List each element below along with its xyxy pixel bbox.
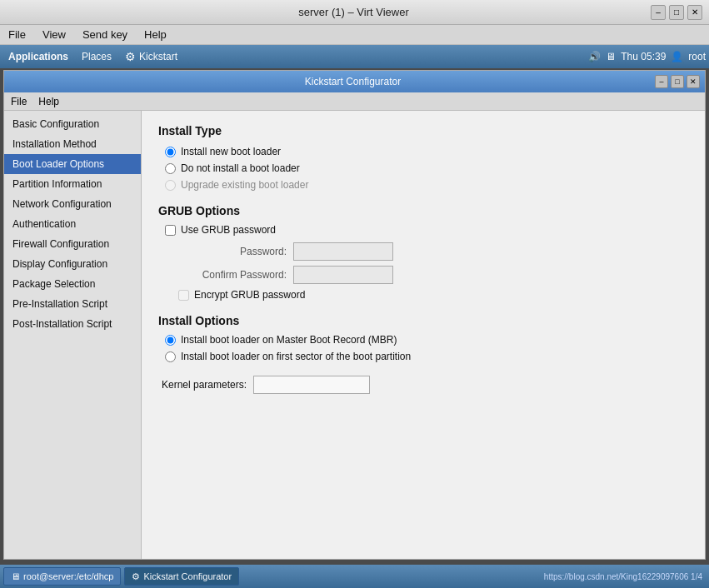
terminal-icon: 🖥 <box>11 571 20 581</box>
terminal-label: root@server:/etc/dhcp <box>23 571 113 581</box>
menu-sendkey[interactable]: Send key <box>77 27 132 42</box>
taskbar-applications[interactable]: Applications <box>3 49 73 64</box>
app-maximize-button[interactable]: □ <box>671 75 684 88</box>
app-title-bar: Kickstart Configurator – □ ✕ <box>4 71 705 92</box>
password-field-label: Password: <box>178 246 287 257</box>
maximize-button[interactable]: □ <box>669 5 684 20</box>
menu-view[interactable]: View <box>37 27 71 42</box>
install-options-title: Install Options <box>158 314 688 327</box>
main-content: Install Type Install new boot loader Do … <box>142 111 705 559</box>
bottom-url: https://blog.csdn.net/King16229097606 <box>544 572 688 581</box>
kernel-label: Kernel parameters: <box>162 379 247 391</box>
radio-mbr[interactable]: Install boot loader on Master Boot Recor… <box>165 334 688 346</box>
sidebar-item-network-configuration[interactable]: Network Configuration <box>4 194 141 214</box>
grub-options-section: GRUB Options Use GRUB password Password:… <box>158 204 688 301</box>
sidebar-item-installation-method[interactable]: Installation Method <box>4 134 141 154</box>
radio-mbr-input[interactable] <box>165 335 176 346</box>
kickstart-task-label: Kickstart Configurator <box>143 571 232 581</box>
radio-no-install[interactable]: Do not install a boot loader <box>165 162 688 174</box>
radio-first-sector-label: Install boot loader on first sector of t… <box>181 351 411 362</box>
password-input[interactable] <box>293 242 393 261</box>
radio-first-sector-input[interactable] <box>165 351 176 362</box>
sidebar-item-display-configuration[interactable]: Display Configuration <box>4 254 141 274</box>
radio-upgrade-input <box>165 180 176 191</box>
radio-install-new-input[interactable] <box>165 147 176 157</box>
kickstart-icon: ⚙ <box>125 50 136 63</box>
radio-install-new-label: Install new boot loader <box>181 146 281 157</box>
bottom-taskbar: 🖥 root@server:/etc/dhcp ⚙ Kickstart Conf… <box>0 565 709 588</box>
install-options-group: Install boot loader on Master Boot Recor… <box>158 334 688 362</box>
kickstart-task-icon: ⚙ <box>132 571 140 582</box>
sidebar-item-authentication[interactable]: Authentication <box>4 214 141 234</box>
network-icon: 🖥 <box>606 51 616 62</box>
confirm-password-row: Confirm Password: <box>158 266 688 284</box>
app-menu-help[interactable]: Help <box>35 94 62 109</box>
menu-file[interactable]: File <box>3 27 31 42</box>
radio-upgrade-label: Upgrade existing boot loader <box>181 179 308 191</box>
volume-icon: 🔊 <box>588 51 601 62</box>
grub-options-title: GRUB Options <box>158 204 688 217</box>
kernel-row: Kernel parameters: <box>158 376 688 394</box>
install-type-title: Install Type <box>158 124 688 137</box>
radio-no-install-label: Do not install a boot loader <box>181 162 300 174</box>
sidebar-item-basic-configuration[interactable]: Basic Configuration <box>4 114 141 134</box>
user-name: root <box>688 51 706 62</box>
menu-help[interactable]: Help <box>139 27 172 42</box>
taskbar-places[interactable]: Places <box>77 49 117 64</box>
app-window-controls: – □ ✕ <box>655 75 700 88</box>
sidebar-item-partition-information[interactable]: Partition Information <box>4 174 141 194</box>
taskbar-right: 🔊 🖥 Thu 05:39 👤 root <box>588 51 706 62</box>
encrypt-grub-check[interactable]: Encrypt GRUB password <box>178 289 688 301</box>
kickstart-label: Kickstart <box>139 51 177 62</box>
sidebar-item-boot-loader-options[interactable]: Boot Loader Options <box>4 154 141 174</box>
install-options-section: Install Options Install boot loader on M… <box>158 314 688 362</box>
confirm-password-field-label: Confirm Password: <box>178 269 287 281</box>
user-icon: 👤 <box>671 51 683 62</box>
title-bar: server (1) – Virt Viewer – □ ✕ <box>0 0 709 25</box>
minimize-button[interactable]: – <box>651 5 666 20</box>
sidebar-item-firewall-configuration[interactable]: Firewall Configuration <box>4 234 141 254</box>
app-menu-bar: File Help <box>4 92 705 111</box>
app-window-title: Kickstart Configurator <box>51 76 655 87</box>
sidebar-item-post-installation-script[interactable]: Post-Installation Script <box>4 314 141 334</box>
bottom-right-info: https://blog.csdn.net/King16229097606 1/… <box>544 572 706 581</box>
time-display: Thu 05:39 <box>621 51 666 62</box>
sidebar: Basic Configuration Installation Method … <box>4 111 142 559</box>
sidebar-item-package-selection[interactable]: Package Selection <box>4 274 141 294</box>
encrypt-grub-checkbox <box>178 290 189 301</box>
bottom-task-terminal[interactable]: 🖥 root@server:/etc/dhcp <box>3 567 121 586</box>
taskbar-kickstart[interactable]: ⚙ Kickstart <box>120 48 182 65</box>
confirm-password-input[interactable] <box>293 266 393 284</box>
app-close-button[interactable]: ✕ <box>687 75 700 88</box>
radio-first-sector[interactable]: Install boot loader on first sector of t… <box>165 351 688 362</box>
window-title: server (1) – Virt Viewer <box>57 6 651 18</box>
radio-install-new[interactable]: Install new boot loader <box>165 146 688 157</box>
page-indicator: 1/4 <box>691 572 702 581</box>
bottom-task-kickstart[interactable]: ⚙ Kickstart Configurator <box>124 567 239 586</box>
main-window: Kickstart Configurator – □ ✕ File Help B… <box>3 70 706 560</box>
install-type-group: Install new boot loader Do not install a… <box>158 146 688 191</box>
sidebar-item-pre-installation-script[interactable]: Pre-Installation Script <box>4 294 141 314</box>
taskbar: Applications Places ⚙ Kickstart 🔊 🖥 Thu … <box>0 45 709 68</box>
app-minimize-button[interactable]: – <box>655 75 668 88</box>
radio-mbr-label: Install boot loader on Master Boot Recor… <box>181 334 397 346</box>
close-button[interactable]: ✕ <box>687 5 702 20</box>
radio-upgrade[interactable]: Upgrade existing boot loader <box>165 179 688 191</box>
password-row: Password: <box>158 242 688 261</box>
encrypt-grub-label: Encrypt GRUB password <box>194 289 305 301</box>
window-controls: – □ ✕ <box>651 5 702 20</box>
kernel-input[interactable] <box>253 376 370 394</box>
grub-password-label: Use GRUB password <box>181 224 276 236</box>
radio-no-install-input[interactable] <box>165 163 176 174</box>
grub-password-checkbox[interactable] <box>165 225 176 236</box>
app-menu-file[interactable]: File <box>7 94 30 109</box>
grub-use-password-check[interactable]: Use GRUB password <box>165 224 688 236</box>
content-area: Basic Configuration Installation Method … <box>4 111 705 559</box>
menu-bar: File View Send key Help <box>0 25 709 45</box>
